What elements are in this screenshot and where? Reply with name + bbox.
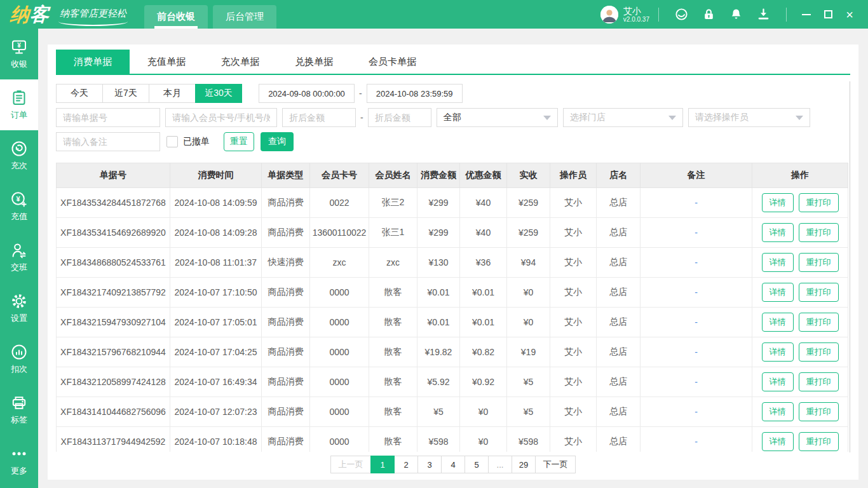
store-select[interactable]: 选择门店 [563, 108, 683, 127]
sidebar-item-label: 设置 [11, 313, 27, 324]
topbar-tab-1[interactable]: 后台管理 [213, 5, 276, 29]
table-row: XF18432174092138577922024-10-07 17:10:50… [57, 278, 848, 308]
cell-member: 散客 [369, 278, 417, 308]
cell-time: 2024-10-07 17:05:01 [170, 308, 262, 337]
amount-min-input[interactable] [282, 108, 356, 127]
table-row: XF18434868805245337612024-10-08 11:01:37… [57, 248, 848, 278]
cancelled-checkbox[interactable] [166, 136, 178, 147]
slogan: 纳客管店更轻松 [60, 8, 126, 21]
sidebar-item-label-printer[interactable]: 标签 [0, 384, 38, 435]
page-button-5[interactable]: 5 [465, 456, 489, 473]
detail-button[interactable]: 详情 [762, 253, 794, 272]
sidebar-item-orders[interactable]: 订单 [0, 79, 38, 130]
cell-member: 散客 [369, 397, 417, 427]
detail-button[interactable]: 详情 [762, 432, 794, 451]
cell-discount: ¥0.01 [460, 278, 507, 308]
order-type-select[interactable]: 全部 [437, 108, 558, 127]
page-button-29[interactable]: 29 [512, 456, 536, 473]
cell-paid: ¥259 [507, 188, 550, 218]
topbar-tab-0[interactable]: 前台收银 [144, 5, 208, 29]
sidebar-item-cash-register[interactable]: ¥收银 [0, 29, 38, 79]
minimize-button[interactable] [796, 0, 817, 29]
doc-tab-2[interactable]: 充次单据 [203, 50, 277, 74]
orders-table-container: 单据号消费时间单据类型会员卡号会员姓名消费金额优惠金额实收操作员店名备注操作 X… [56, 163, 850, 452]
search-button[interactable]: 查询 [261, 132, 294, 151]
cell-remark: - [641, 218, 752, 248]
close-button[interactable]: × [839, 0, 860, 29]
cell-member: 张三1 [369, 218, 417, 248]
order-no-input[interactable] [56, 108, 160, 127]
cell-type: 商品消费 [262, 188, 310, 218]
sidebar-item-recharge-value[interactable]: ¥充值 [0, 181, 38, 232]
reprint-button[interactable]: 重打印 [799, 283, 839, 302]
detail-button[interactable]: 详情 [762, 342, 794, 362]
customer-service-icon[interactable] [675, 8, 688, 21]
page-button-3[interactable]: 3 [417, 456, 442, 473]
page-button-1[interactable]: 1 [370, 456, 395, 473]
reprint-button[interactable]: 重打印 [799, 313, 839, 332]
pagination: 上一页12345...29下一页 [48, 456, 858, 473]
reprint-button[interactable]: 重打印 [799, 193, 839, 212]
cell-discount: ¥40 [460, 188, 507, 218]
lock-icon[interactable] [702, 8, 715, 21]
prev-page-button[interactable]: 上一页 [330, 456, 371, 473]
cash-register-icon: ¥ [11, 39, 27, 55]
user-info: 艾小 v2.0.0.37 [623, 6, 649, 24]
quick-range-2[interactable]: 本月 [149, 84, 196, 103]
reset-button[interactable]: 重置 [224, 132, 254, 151]
next-page-button[interactable]: 下一页 [535, 456, 576, 473]
user-avatar[interactable] [600, 6, 618, 24]
date-end-input[interactable] [367, 84, 463, 103]
sidebar-item-label: 订单 [11, 109, 27, 121]
reprint-button[interactable]: 重打印 [799, 342, 839, 362]
detail-button[interactable]: 详情 [762, 193, 794, 212]
date-start-input[interactable] [259, 84, 355, 103]
reprint-button[interactable]: 重打印 [799, 372, 839, 391]
notification-bell-icon[interactable] [729, 8, 743, 21]
deduct-times-icon [11, 344, 27, 360]
settings-icon [11, 293, 27, 309]
detail-button[interactable]: 详情 [762, 223, 794, 242]
sidebar-item-more[interactable]: 更多 [0, 435, 38, 486]
maximize-button[interactable] [817, 0, 839, 29]
doc-tab-4[interactable]: 会员卡单据 [351, 50, 434, 74]
sidebar-item-settings[interactable]: 设置 [0, 283, 38, 334]
reprint-button[interactable]: 重打印 [799, 223, 839, 242]
amount-max-input[interactable] [368, 108, 431, 127]
doc-tab-0[interactable]: 消费单据 [56, 50, 130, 74]
cell-type: 商品消费 [262, 308, 310, 337]
quick-range-0[interactable]: 今天 [56, 84, 103, 103]
detail-button[interactable]: 详情 [762, 372, 794, 391]
reprint-button[interactable]: 重打印 [799, 432, 839, 451]
cell-paid: ¥0 [507, 308, 550, 337]
sidebar-item-recharge-times[interactable]: 充次 [0, 130, 38, 181]
cell-remark: - [641, 308, 752, 337]
cell-type: 商品消费 [262, 337, 310, 367]
page-button-2[interactable]: 2 [394, 456, 418, 473]
table-row: XF18432120589974241282024-10-07 16:49:34… [57, 367, 848, 397]
doc-tab-3[interactable]: 兑换单据 [277, 50, 351, 74]
quick-range-3[interactable]: 近30天 [195, 84, 242, 103]
page-button-4[interactable]: 4 [441, 456, 465, 473]
cell-actions: 详情重打印 [752, 397, 848, 427]
sidebar-item-shift-handover[interactable]: 交班 [0, 232, 38, 283]
column-header-3: 会员卡号 [310, 163, 369, 188]
detail-button[interactable]: 详情 [762, 283, 794, 302]
table-header-row: 单据号消费时间单据类型会员卡号会员姓名消费金额优惠金额实收操作员店名备注操作 [57, 163, 848, 188]
sidebar-item-deduct-times[interactable]: 扣次 [0, 334, 38, 384]
cell-operator: 艾小 [550, 427, 597, 452]
detail-button[interactable]: 详情 [762, 402, 794, 421]
member-search-input[interactable] [165, 108, 277, 127]
remark-input[interactable] [56, 132, 160, 151]
quick-range-1[interactable]: 近7天 [102, 84, 149, 103]
doc-tab-1[interactable]: 充值单据 [130, 50, 203, 74]
reprint-button[interactable]: 重打印 [799, 402, 839, 421]
reprint-button[interactable]: 重打印 [799, 253, 839, 272]
cell-member: 散客 [369, 308, 417, 337]
download-icon[interactable] [757, 8, 770, 21]
cell-actions: 详情重打印 [752, 218, 848, 248]
sidebar-item-label: 充值 [11, 211, 27, 222]
detail-button[interactable]: 详情 [762, 313, 794, 332]
scrollbar[interactable] [850, 81, 850, 452]
operator-select[interactable]: 请选择操作员 [688, 108, 810, 127]
